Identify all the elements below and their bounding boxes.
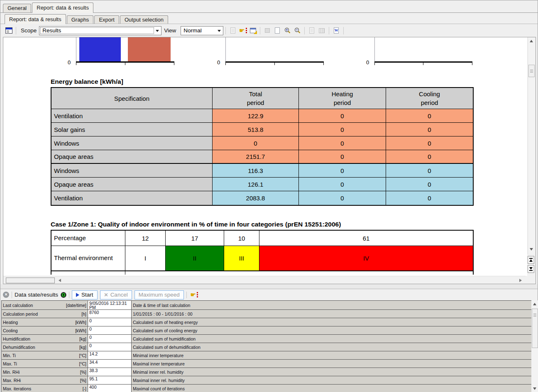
axis-tick	[225, 63, 226, 65]
export-page-button[interactable]	[307, 26, 316, 35]
report-horizontal-scrollbar[interactable]	[3, 276, 526, 284]
data-state-table: Last calculation[date/time] 9/05/2016 12…	[1, 300, 531, 392]
row-label: Ventilation	[51, 109, 213, 123]
report-layout-button[interactable]	[4, 26, 13, 35]
row-label: Heating	[3, 320, 18, 325]
goto-hand-button[interactable]: ☛	[238, 26, 247, 35]
tab-report-data-results[interactable]: Report: data & results	[32, 2, 93, 13]
percentage-cat-iii: 10	[224, 231, 259, 246]
new-page-button[interactable]	[228, 26, 237, 35]
row-value: 34.4	[88, 360, 132, 368]
row-description: Minimal inner rel. humidity	[132, 368, 532, 376]
row-label: Humidification	[3, 336, 30, 341]
goto-hand-icon: ☛	[239, 27, 245, 34]
axis-tick	[76, 63, 76, 65]
subtab-export[interactable]: Export	[94, 15, 119, 24]
stop-button[interactable]	[263, 26, 272, 35]
table-cell: 2151.7	[213, 150, 299, 164]
scroll-down-arrow-icon[interactable]	[530, 248, 533, 251]
table-row: Calculation period[h] 8760 1/01/2015 : 0…	[2, 310, 531, 318]
application-window: General Report: data & results Report: d…	[0, 0, 538, 392]
goto-dots-icon	[197, 292, 198, 297]
scope-dropdown[interactable]: Results	[39, 26, 161, 35]
vertical-scrollbar-thumb[interactable]	[532, 309, 538, 348]
table-cell: 0	[386, 164, 473, 178]
table-row: Last calculation[date/time] 9/05/2016 12…	[2, 301, 531, 310]
row-unit: [kg]	[79, 336, 86, 341]
panel-vertical-scrollbar[interactable]	[531, 300, 538, 392]
table-row: Cooling[kWh] 0 Calculated sum of cooling…	[2, 326, 531, 335]
scroll-right-arrow-icon[interactable]	[519, 279, 522, 282]
tab-general[interactable]: General	[3, 4, 31, 12]
zoom-out-button[interactable]	[293, 26, 302, 35]
header-separator	[12, 292, 12, 298]
properties-icon	[250, 28, 256, 33]
horizontal-scrollbar-thumb[interactable]	[6, 278, 55, 283]
data-state-header: ✕ Data state/results Start ✕Cancel Maxim…	[0, 289, 538, 300]
subtab-output-selection[interactable]: Output selection	[120, 15, 168, 24]
row-label: Max. RHi	[3, 378, 21, 383]
table-cell: 2083.8	[213, 191, 299, 205]
axis-tick	[423, 63, 423, 65]
row-description: Maximal inner temperature	[132, 360, 532, 368]
scroll-down-arrow-icon[interactable]	[533, 387, 536, 390]
table-row: Min. RHi[%] 38.3 Minimal inner rel. humi…	[2, 368, 531, 376]
row-label: Min. RHi	[3, 370, 20, 375]
percentage-cat-iv: 61	[259, 231, 473, 246]
data-state-panel: ✕ Data state/results Start ✕Cancel Maxim…	[0, 289, 538, 392]
row-unit: [%]	[80, 378, 86, 383]
scroll-up-arrow-icon[interactable]	[533, 303, 536, 305]
word-export-button[interactable]	[332, 26, 341, 35]
category-cell-iii: III	[224, 246, 259, 271]
start-button[interactable]: Start	[72, 290, 98, 299]
row-label: Last calculation	[3, 303, 33, 308]
properties-button[interactable]	[248, 26, 257, 35]
next-page-button[interactable]	[528, 265, 534, 273]
row-label: Opaque areas	[51, 150, 213, 164]
panel-title: Data state/results	[15, 292, 58, 298]
row-description: 1/01/2015 : 00 - 1/01/2016 : 00	[132, 310, 532, 318]
toolbar-separator	[16, 27, 16, 34]
column-header-total-period: Total period	[213, 88, 299, 109]
scroll-up-arrow-icon[interactable]	[530, 40, 533, 42]
cancel-button[interactable]: ✕Cancel	[100, 290, 132, 299]
row-description: Date & time of last calculation	[132, 301, 532, 310]
report-vertical-scrollbar[interactable]	[528, 37, 535, 254]
page-up-icon	[529, 259, 533, 262]
subtab-report-data-results[interactable]: Report: data & results	[5, 14, 66, 24]
table-row: Min. Ti[°C] 14.2 Minimal inner temperatu…	[2, 351, 531, 360]
maximum-speed-button[interactable]: Maximum speed	[134, 290, 184, 299]
bar-chart-energy: 0	[76, 37, 174, 63]
row-value: 0	[88, 335, 132, 343]
zoom-in-button[interactable]	[283, 26, 292, 35]
subtab-graphs[interactable]: Graphs	[67, 15, 94, 24]
axis-zero-label: 0	[217, 59, 220, 66]
export-grid-button[interactable]	[317, 26, 326, 35]
view-dropdown-value: Normal	[182, 27, 216, 34]
table-cell: 0	[299, 109, 386, 123]
row-value: 0	[88, 318, 132, 326]
goto-results-button[interactable]: ☛	[190, 290, 199, 299]
table-row: Max. iterations[-] 400 Maximal count of …	[2, 385, 531, 392]
toolbar-separator	[343, 27, 344, 34]
start-button-label: Start	[81, 292, 93, 298]
panel-splitter[interactable]	[0, 284, 538, 289]
row-value: 0	[88, 343, 132, 351]
row-label: Cooling	[3, 328, 18, 333]
view-dropdown[interactable]: Normal	[181, 26, 223, 35]
row-label: Windows	[51, 164, 213, 178]
row-unit: [h]	[81, 312, 86, 317]
row-description: Maximal count of iterations	[132, 385, 532, 392]
goto-dots-icon	[246, 28, 247, 33]
previous-page-button[interactable]	[528, 256, 534, 264]
chart-y-axis	[225, 37, 226, 61]
table-row: Max. RHi[%] 95.1 Maximal inner rel. humi…	[2, 376, 531, 385]
scroll-left-arrow-icon[interactable]	[59, 279, 61, 282]
stop-icon	[265, 28, 270, 33]
vertical-scrollbar-thumb[interactable]	[528, 65, 535, 77]
view-label: View	[164, 27, 176, 34]
single-page-button[interactable]	[273, 26, 282, 35]
zoom-out-icon	[294, 27, 301, 34]
row-unit: [-]	[83, 386, 86, 391]
close-panel-icon[interactable]: ✕	[3, 292, 9, 298]
